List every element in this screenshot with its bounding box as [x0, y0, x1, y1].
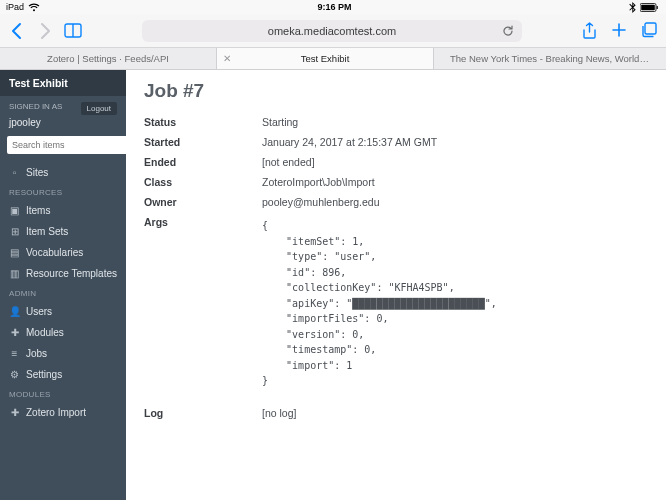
reload-icon[interactable]: [502, 25, 514, 37]
close-tab-icon[interactable]: ✕: [223, 53, 231, 64]
sidebar-item-label: Item Sets: [26, 226, 68, 237]
sidebar-item-settings[interactable]: ⚙Settings: [0, 364, 126, 385]
tab-label: Zotero | Settings · Feeds/API: [47, 53, 169, 64]
label-status: Status: [144, 116, 262, 128]
address-bar[interactable]: omeka.mediacomtest.com: [142, 20, 522, 42]
items-icon: ▣: [9, 205, 20, 216]
svg-rect-4: [645, 23, 656, 34]
sidebar-item-label: Items: [26, 205, 50, 216]
value-ended: [not ended]: [262, 156, 648, 168]
list-icon: ≡: [9, 348, 20, 359]
search-input[interactable]: [7, 136, 129, 154]
value-owner: pooley@muhlenberg.edu: [262, 196, 648, 208]
app-frame: Test Exhibit SIGNED IN AS Logout jpooley…: [0, 70, 666, 500]
row-class: ClassZoteroImport\Job\Import: [144, 172, 648, 192]
sidebar-item-items[interactable]: ▣Items: [0, 200, 126, 221]
battery-icon: [640, 3, 660, 12]
row-log: Log[no log]: [144, 403, 648, 423]
ios-status-bar: iPad 9:16 PM: [0, 0, 666, 14]
label-started: Started: [144, 136, 262, 148]
sidebar-item-modules[interactable]: ✚Modules: [0, 322, 126, 343]
label-class: Class: [144, 176, 262, 188]
tab-test-exhibit[interactable]: ✕ Test Exhibit: [217, 48, 434, 69]
value-class: ZoteroImport\Job\Import: [262, 176, 648, 188]
item-sets-icon: ⊞: [9, 226, 20, 237]
sidebar-item-label: Modules: [26, 327, 64, 338]
row-args: Args { "itemSet": 1, "type": "user", "id…: [144, 212, 648, 393]
plus-icon: ✚: [9, 327, 20, 338]
logout-button[interactable]: Logout: [81, 102, 117, 115]
sidebar-item-label: Sites: [26, 167, 48, 178]
value-status: Starting: [262, 116, 648, 128]
tab-label: The New York Times - Breaking News, Worl…: [450, 53, 650, 64]
device-label: iPad: [6, 2, 24, 12]
label-ended: Ended: [144, 156, 262, 168]
sidebar-item-jobs[interactable]: ≡Jobs: [0, 343, 126, 364]
label-args: Args: [144, 216, 262, 228]
tab-label: Test Exhibit: [301, 53, 350, 64]
sidebar-section-modules: MODULES: [0, 385, 126, 402]
safari-tab-bar: Zotero | Settings · Feeds/API ✕ Test Exh…: [0, 48, 666, 70]
row-status: StatusStarting: [144, 112, 648, 132]
share-button[interactable]: [582, 22, 597, 40]
sidebar-item-sites[interactable]: ▫Sites: [0, 162, 126, 183]
book-icon: ▤: [9, 247, 20, 258]
bluetooth-icon: [629, 2, 636, 13]
sidebar-item-vocabularies[interactable]: ▤Vocabularies: [0, 242, 126, 263]
wifi-icon: [28, 3, 40, 12]
sidebar-item-resource-templates[interactable]: ▥Resource Templates: [0, 263, 126, 284]
main-content: Job #7 StatusStarting StartedJanuary 24,…: [126, 70, 666, 500]
forward-button[interactable]: [36, 22, 54, 40]
signed-in-row: SIGNED IN AS Logout: [0, 96, 126, 117]
sidebar-item-zotero-import[interactable]: ✚Zotero Import: [0, 402, 126, 423]
sidebar-section-admin: ADMIN: [0, 284, 126, 301]
value-log: [no log]: [262, 407, 648, 419]
back-button[interactable]: [8, 22, 26, 40]
signed-in-as-label: SIGNED IN AS: [9, 102, 62, 111]
site-title[interactable]: Test Exhibit: [0, 70, 126, 96]
page-title: Job #7: [144, 80, 648, 102]
tabs-button[interactable]: [641, 22, 658, 40]
clock: 9:16 PM: [318, 2, 352, 12]
tab-zotero[interactable]: Zotero | Settings · Feeds/API: [0, 48, 217, 69]
new-tab-button[interactable]: [611, 22, 627, 40]
tab-nytimes[interactable]: The New York Times - Breaking News, Worl…: [434, 48, 666, 69]
bookmarks-button[interactable]: [64, 23, 82, 39]
row-owner: Ownerpooley@muhlenberg.edu: [144, 192, 648, 212]
label-owner: Owner: [144, 196, 262, 208]
sidebar-item-label: Zotero Import: [26, 407, 86, 418]
row-started: StartedJanuary 24, 2017 at 2:15:37 AM GM…: [144, 132, 648, 152]
sidebar-item-users[interactable]: 👤Users: [0, 301, 126, 322]
sites-icon: ▫: [9, 167, 20, 178]
sidebar: Test Exhibit SIGNED IN AS Logout jpooley…: [0, 70, 126, 500]
sidebar-item-label: Resource Templates: [26, 268, 117, 279]
plus-icon: ✚: [9, 407, 20, 418]
gear-icon: ⚙: [9, 369, 20, 380]
sidebar-item-label: Settings: [26, 369, 62, 380]
sidebar-item-label: Jobs: [26, 348, 47, 359]
svg-rect-2: [657, 6, 658, 9]
sidebar-item-label: Vocabularies: [26, 247, 83, 258]
safari-toolbar: omeka.mediacomtest.com: [0, 14, 666, 48]
template-icon: ▥: [9, 268, 20, 279]
sidebar-item-item-sets[interactable]: ⊞Item Sets: [0, 221, 126, 242]
svg-rect-1: [641, 4, 655, 10]
sidebar-item-label: Users: [26, 306, 52, 317]
args-code-block: { "itemSet": 1, "type": "user", "id": 89…: [262, 218, 648, 389]
value-started: January 24, 2017 at 2:15:37 AM GMT: [262, 136, 648, 148]
url-text: omeka.mediacomtest.com: [268, 25, 396, 37]
user-icon: 👤: [9, 306, 20, 317]
sidebar-section-resources: RESOURCES: [0, 183, 126, 200]
current-user[interactable]: jpooley: [0, 117, 126, 136]
row-ended: Ended[not ended]: [144, 152, 648, 172]
label-log: Log: [144, 407, 262, 419]
search-row: ⋯: [0, 136, 126, 162]
